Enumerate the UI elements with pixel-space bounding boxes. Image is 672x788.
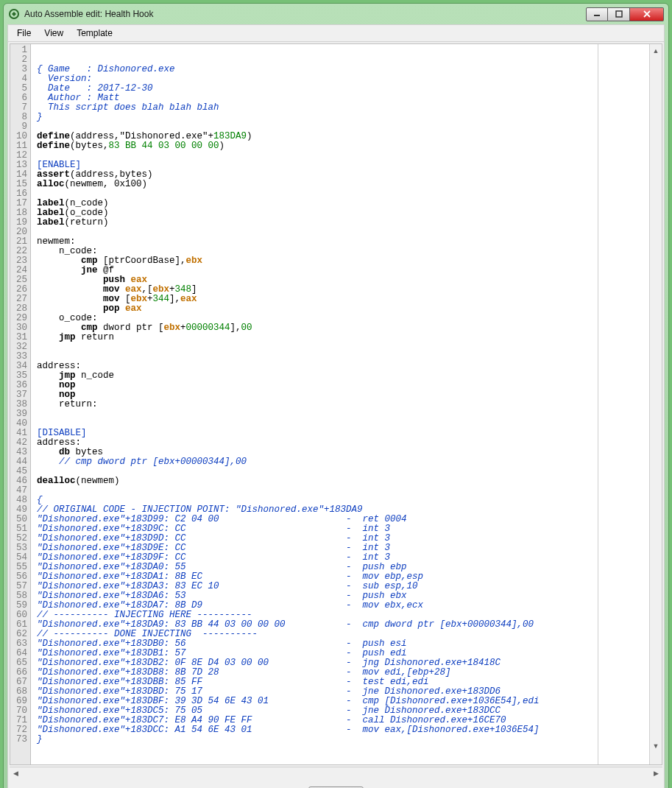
code-line: alloc(newmem, 0x100) (37, 180, 649, 189)
code-line (37, 228, 649, 237)
maximize-button[interactable] (608, 7, 630, 21)
menubar: File View Template (8, 25, 664, 42)
code-line: label(o_code) (37, 208, 649, 218)
code-line (37, 342, 649, 352)
code-line: } (37, 113, 649, 122)
code-line: cmp [ptrCoordBase],ebx (37, 256, 649, 266)
code-line (37, 352, 649, 362)
line-gutter: 1234567891011121314151617181920212223242… (10, 44, 31, 764)
titlebar[interactable]: Auto Assemble edit: Health Hook (4, 4, 668, 24)
menu-file[interactable]: File (11, 27, 37, 40)
code-line: pop eax (37, 304, 649, 314)
code-line: { Game : Dishonored.exe (37, 65, 649, 74)
vertical-scrollbar[interactable]: ▲ ▼ (649, 44, 662, 764)
code-line: nop (37, 390, 649, 400)
code-line: This script does blah blah blah (37, 103, 649, 113)
code-line (37, 467, 649, 476)
code-line: label(n_code) (37, 199, 649, 208)
editor: 1234567891011121314151617181920212223242… (10, 43, 662, 765)
code-line: // cmp dword ptr [ebx+00000344],00 (37, 457, 649, 467)
client-area: File View Template 123456789101112131415… (7, 24, 665, 788)
scroll-left-icon[interactable]: ◀ (10, 767, 22, 779)
code-area[interactable]: { Game : Dishonored.exe Version: Date : … (31, 44, 649, 764)
code-line: label(return) (37, 218, 649, 228)
code-line: address: (37, 362, 649, 371)
h-scroll-track[interactable] (22, 767, 650, 779)
code-line (37, 151, 649, 161)
button-bar: OK (8, 781, 664, 788)
close-button[interactable] (630, 7, 664, 21)
right-margin-line (598, 44, 598, 764)
code-line: [DISABLE] (37, 429, 649, 438)
code-line: define(bytes,83 BB 44 03 00 00 00) (37, 141, 649, 151)
scroll-down-icon[interactable]: ▼ (650, 739, 662, 752)
code-line: nop (37, 381, 649, 390)
window-frame: Auto Assemble edit: Health Hook File Vie… (3, 3, 669, 788)
code-line: jmp n_code (37, 371, 649, 381)
window-title: Auto Assemble edit: Health Hook (24, 9, 586, 19)
code-line: cmp dword ptr [ebx+00000344],00 (37, 323, 649, 333)
code-line (37, 409, 649, 419)
code-line: return: (37, 400, 649, 409)
code-line: address: (37, 438, 649, 448)
scroll-up-icon[interactable]: ▲ (650, 44, 662, 57)
app-icon (8, 8, 20, 20)
scroll-right-icon[interactable]: ▶ (650, 767, 662, 779)
code-line: Date : 2017-12-30 (37, 84, 649, 94)
code-line: "Dishonored.exe"+183DCC: A1 54 6E 43 01 … (37, 725, 649, 735)
menu-view[interactable]: View (38, 27, 69, 40)
line-number: 73 (12, 735, 27, 745)
code-line: jmp return (37, 333, 649, 342)
menu-template[interactable]: Template (71, 27, 119, 40)
code-line (37, 189, 649, 199)
code-line (37, 419, 649, 429)
horizontal-scrollbar[interactable]: ◀ ▶ (10, 767, 662, 779)
resize-grip[interactable] (649, 752, 662, 764)
code-line: newmem: (37, 237, 649, 247)
code-line (37, 486, 649, 496)
minimize-button[interactable] (586, 7, 608, 21)
window-controls (586, 7, 664, 21)
code-line: } (37, 735, 649, 745)
code-line: dealloc(newmem) (37, 476, 649, 486)
svg-rect-2 (616, 11, 622, 17)
